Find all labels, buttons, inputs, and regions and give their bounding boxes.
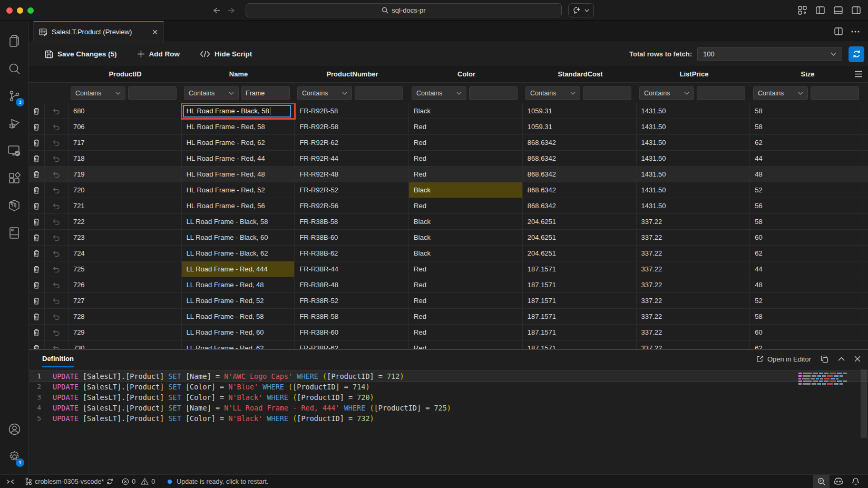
run-debug-icon[interactable] — [2, 110, 27, 137]
close-window-button[interactable] — [6, 7, 13, 14]
filter-operator-color[interactable]: Contains — [412, 86, 466, 100]
cell-color[interactable]: Red — [409, 198, 523, 213]
filter-operator-productnumber[interactable]: Contains — [297, 86, 352, 100]
column-header-standardcost[interactable]: StandardCost — [523, 70, 637, 78]
remote-indicator[interactable] — [0, 475, 21, 488]
cell-name[interactable]: LL Road Frame - Red, 60 — [182, 325, 295, 340]
cell-size[interactable]: 52 — [750, 293, 863, 308]
cell-color[interactable]: Red — [409, 167, 523, 182]
add-row-button[interactable]: Add Row — [137, 50, 180, 58]
cell-productnumber[interactable]: FR-R92R-56 — [295, 198, 409, 213]
cell-size[interactable]: 56 — [750, 198, 863, 213]
cell-name[interactable]: HL Road Frame - Black, 58 — [182, 103, 295, 119]
cell-name[interactable]: LL Road Frame - Black, 62 — [182, 246, 295, 261]
filter-input-color[interactable] — [469, 86, 518, 100]
cell-productid[interactable]: 728 — [69, 309, 182, 324]
undo-row-button[interactable] — [45, 182, 69, 198]
zoom-indicator[interactable] — [813, 475, 830, 488]
column-header-productnumber[interactable]: ProductNumber — [295, 70, 409, 78]
cell-color[interactable]: Red — [409, 261, 523, 277]
containers-icon[interactable] — [2, 192, 27, 219]
cell-name[interactable]: HL Road Frame - Red, 48 — [182, 167, 295, 182]
cell-productid[interactable]: 729 — [69, 325, 182, 340]
cell-name[interactable]: LL Road Frame - Red, 52 — [182, 293, 295, 308]
tab-salesLT-product[interactable]: SalesLT.Product (Preview) ✕ — [33, 21, 164, 42]
cell-productid[interactable]: 730 — [69, 340, 182, 349]
delete-row-button[interactable] — [29, 309, 45, 324]
copy-icon[interactable] — [821, 355, 828, 363]
cell-standardcost[interactable]: 868.6342 — [523, 135, 637, 150]
cell-size[interactable]: 58 — [750, 103, 863, 119]
cell-productnumber[interactable]: FR-R38R-48 — [295, 277, 409, 292]
cell-listprice[interactable]: 1431.50 — [637, 103, 750, 119]
cell-productnumber[interactable]: FR-R38R-62 — [295, 340, 409, 349]
collapse-panel-icon[interactable] — [838, 357, 845, 361]
delete-row-button[interactable] — [29, 293, 45, 308]
undo-row-button[interactable] — [45, 277, 69, 292]
cell-standardcost[interactable]: 187.1571 — [523, 309, 637, 324]
cell-standardcost[interactable]: 204.6251 — [523, 214, 637, 229]
cell-name[interactable]: HL Road Frame - Red, 52 — [182, 182, 295, 198]
panel-scrollbar[interactable] — [861, 369, 867, 438]
maximize-window-button[interactable] — [27, 7, 34, 14]
cell-listprice[interactable]: 1431.50 — [637, 182, 750, 198]
undo-row-button[interactable] — [45, 119, 69, 134]
cell-color[interactable]: Red — [409, 277, 523, 292]
minimize-window-button[interactable] — [17, 7, 23, 14]
cell-name[interactable]: HL Road Frame - Red, 58 — [182, 119, 295, 134]
open-in-editor-button[interactable]: Open in Editor — [756, 355, 811, 363]
delete-row-button[interactable] — [29, 182, 45, 198]
cell-size[interactable]: 62 — [750, 135, 863, 150]
cell-listprice[interactable]: 1431.50 — [637, 198, 750, 213]
cell-productnumber[interactable]: FR-R92R-62 — [295, 135, 409, 150]
cell-productid[interactable]: 706 — [69, 119, 182, 134]
cell-listprice[interactable]: 337.22 — [637, 214, 750, 229]
column-header-color[interactable]: Color — [409, 70, 523, 78]
filter-operator-productid[interactable]: Contains — [71, 86, 125, 100]
cell-size[interactable]: 58 — [750, 214, 863, 229]
cell-productid[interactable]: 725 — [69, 261, 182, 277]
delete-row-button[interactable] — [29, 325, 45, 340]
cell-productid[interactable]: 720 — [69, 182, 182, 198]
settings-gear-icon[interactable]: 1 — [2, 443, 27, 470]
cell-listprice[interactable]: 1431.50 — [637, 135, 750, 150]
cell-size[interactable]: 44 — [750, 261, 863, 277]
filter-operator-listprice[interactable]: Contains — [639, 86, 694, 100]
undo-row-button[interactable] — [45, 261, 69, 277]
column-header-name[interactable]: Name — [182, 70, 295, 78]
cell-standardcost[interactable]: 868.6342 — [523, 198, 637, 213]
cell-color[interactable]: Red — [409, 135, 523, 150]
cell-standardcost[interactable]: 187.1571 — [523, 325, 637, 340]
cell-productnumber[interactable]: FR-R38R-52 — [295, 293, 409, 308]
undo-row-button[interactable] — [45, 246, 69, 261]
command-center-search[interactable]: sql-docs-pr — [246, 3, 562, 17]
copilot-status-icon[interactable] — [830, 475, 847, 488]
column-header-productid[interactable]: ProductID — [69, 70, 182, 78]
cell-listprice[interactable]: 1431.50 — [637, 167, 750, 182]
cell-listprice[interactable]: 337.22 — [637, 246, 750, 261]
cell-color[interactable]: Black — [409, 182, 523, 198]
cell-name[interactable]: LL Road Frame - Red, 58 — [182, 309, 295, 324]
cell-productnumber[interactable]: FR-R38B-60 — [295, 230, 409, 245]
filter-input-standardcost[interactable] — [583, 86, 631, 100]
cell-size[interactable]: 58 — [750, 309, 863, 324]
cell-productnumber[interactable]: FR-R92R-58 — [295, 119, 409, 134]
delete-row-button[interactable] — [29, 261, 45, 277]
cell-listprice[interactable]: 337.22 — [637, 261, 750, 277]
cell-size[interactable]: 60 — [750, 325, 863, 340]
undo-row-button[interactable] — [45, 293, 69, 308]
copilot-menu-button[interactable] — [568, 3, 594, 17]
search-view-icon[interactable] — [2, 55, 27, 82]
cell-size[interactable]: 62 — [750, 246, 863, 261]
column-menu-icon[interactable] — [854, 71, 863, 77]
delete-row-button[interactable] — [29, 103, 45, 119]
cell-color[interactable]: Red — [409, 151, 523, 166]
filter-input-size[interactable] — [811, 86, 859, 100]
cell-productnumber[interactable]: FR-R38B-62 — [295, 246, 409, 261]
cell-name[interactable]: LL Road Frame - Black, 60 — [182, 230, 295, 245]
filter-input-productnumber[interactable] — [355, 86, 403, 100]
cell-color[interactable]: Red — [409, 309, 523, 324]
problems-indicator[interactable]: 0 0 — [118, 475, 159, 488]
cell-productnumber[interactable]: FR-R92R-44 — [295, 151, 409, 166]
cell-color[interactable]: Black — [409, 214, 523, 229]
